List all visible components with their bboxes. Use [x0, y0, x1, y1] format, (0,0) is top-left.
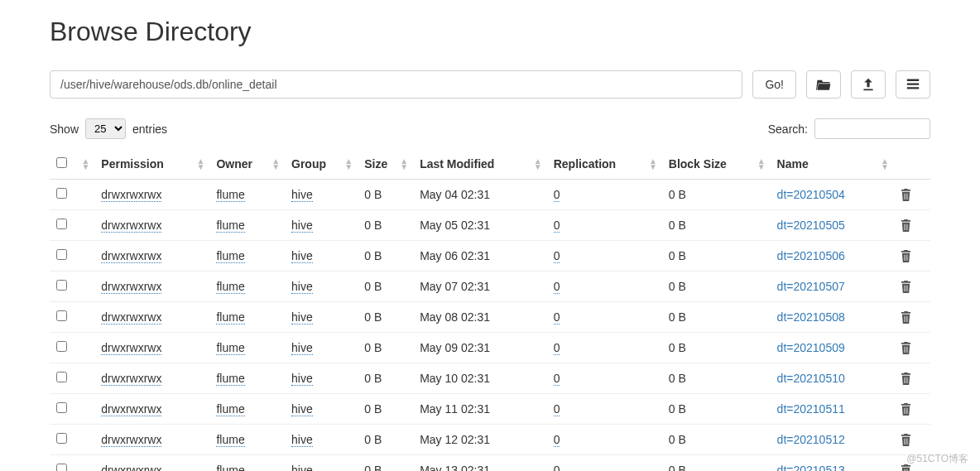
replication-cell[interactable]: 0	[554, 280, 560, 294]
col-size[interactable]: Size▲▼	[358, 149, 413, 180]
size-cell: 0 B	[358, 394, 413, 425]
entries-selector: Show 25 entries	[50, 118, 167, 139]
group-cell[interactable]: hive	[291, 402, 313, 416]
name-link[interactable]: dt=20210504	[777, 188, 845, 201]
owner-cell[interactable]: flume	[216, 341, 244, 355]
row-checkbox[interactable]	[56, 249, 67, 260]
replication-cell[interactable]: 0	[554, 372, 560, 386]
permission-cell[interactable]: drwxrwxrwx	[101, 249, 161, 263]
file-listing-table: ▲▼ Permission▲▼ Owner▲▼ Group▲▼ Size▲▼ L…	[50, 149, 930, 471]
trash-icon[interactable]	[901, 219, 924, 232]
owner-cell[interactable]: flume	[216, 280, 244, 294]
permission-cell[interactable]: drwxrwxrwx	[101, 372, 161, 386]
trash-icon[interactable]	[901, 189, 924, 201]
row-checkbox[interactable]	[56, 402, 67, 413]
modified-cell: May 08 02:31	[413, 302, 547, 333]
go-button[interactable]: Go!	[752, 70, 796, 99]
name-link[interactable]: dt=20210506	[777, 249, 845, 262]
row-checkbox[interactable]	[56, 341, 67, 352]
owner-cell[interactable]: flume	[216, 372, 244, 386]
owner-cell[interactable]: flume	[216, 464, 244, 471]
modified-cell: May 11 02:31	[413, 394, 547, 425]
group-cell[interactable]: hive	[291, 280, 313, 294]
size-cell: 0 B	[358, 241, 413, 272]
replication-cell[interactable]: 0	[554, 219, 560, 233]
permission-cell[interactable]: drwxrwxrwx	[101, 280, 161, 294]
trash-icon[interactable]	[901, 403, 924, 416]
col-name[interactable]: Name▲▼	[771, 149, 894, 180]
trash-icon[interactable]	[901, 434, 924, 446]
replication-cell[interactable]: 0	[554, 433, 560, 447]
owner-cell[interactable]: flume	[216, 402, 244, 416]
page-size-select[interactable]: 25	[85, 118, 126, 139]
table-row: drwxrwxrwxflumehive0 BMay 07 02:3100 Bdt…	[50, 272, 930, 302]
name-link[interactable]: dt=20210512	[777, 433, 845, 446]
select-all-checkbox[interactable]	[56, 157, 67, 168]
show-label: Show	[50, 123, 79, 136]
col-owner[interactable]: Owner▲▼	[209, 149, 285, 180]
group-cell[interactable]: hive	[291, 433, 313, 447]
search-input[interactable]	[814, 118, 930, 139]
permission-cell[interactable]: drwxrwxrwx	[101, 310, 161, 324]
col-sort-blank[interactable]: ▲▼	[74, 149, 94, 180]
row-checkbox[interactable]	[56, 280, 67, 291]
col-last-modified[interactable]: Last Modified▲▼	[413, 149, 547, 180]
folder-open-icon	[816, 79, 831, 90]
owner-cell[interactable]: flume	[216, 249, 244, 263]
name-link[interactable]: dt=20210508	[777, 310, 845, 324]
sort-icon: ▲▼	[81, 158, 89, 170]
new-folder-button[interactable]	[896, 70, 930, 99]
replication-cell[interactable]: 0	[554, 341, 560, 355]
permission-cell[interactable]: drwxrwxrwx	[101, 188, 161, 202]
row-checkbox[interactable]	[56, 464, 67, 471]
replication-cell[interactable]: 0	[554, 188, 560, 202]
permission-cell[interactable]: drwxrwxrwx	[101, 219, 161, 233]
upload-button[interactable]	[851, 70, 886, 99]
group-cell[interactable]: hive	[291, 464, 313, 471]
permission-cell[interactable]: drwxrwxrwx	[101, 433, 161, 447]
name-link[interactable]: dt=20210505	[777, 219, 845, 232]
watermark: @51CTO博客	[906, 452, 968, 466]
table-row: drwxrwxrwxflumehive0 BMay 04 02:3100 Bdt…	[50, 180, 930, 210]
name-link[interactable]: dt=20210510	[777, 372, 845, 385]
col-group[interactable]: Group▲▼	[285, 149, 358, 180]
replication-cell[interactable]: 0	[554, 402, 560, 416]
trash-icon[interactable]	[901, 311, 924, 324]
row-checkbox[interactable]	[56, 219, 67, 229]
owner-cell[interactable]: flume	[216, 219, 244, 233]
owner-cell[interactable]: flume	[216, 188, 244, 202]
name-link[interactable]: dt=20210509	[777, 341, 845, 354]
row-checkbox[interactable]	[56, 372, 67, 382]
replication-cell[interactable]: 0	[554, 310, 560, 324]
group-cell[interactable]: hive	[291, 310, 313, 324]
trash-icon[interactable]	[901, 250, 924, 262]
trash-icon[interactable]	[901, 372, 924, 385]
name-link[interactable]: dt=20210507	[777, 280, 845, 293]
trash-icon[interactable]	[901, 281, 924, 293]
name-link[interactable]: dt=20210511	[777, 402, 845, 416]
col-permission[interactable]: Permission▲▼	[94, 149, 209, 180]
name-link[interactable]: dt=20210513	[777, 464, 845, 471]
replication-cell[interactable]: 0	[554, 249, 560, 263]
row-checkbox[interactable]	[56, 310, 67, 321]
permission-cell[interactable]: drwxrwxrwx	[101, 402, 161, 416]
group-cell[interactable]: hive	[291, 219, 313, 233]
permission-cell[interactable]: drwxrwxrwx	[101, 341, 161, 355]
row-checkbox[interactable]	[56, 188, 67, 199]
permission-cell[interactable]: drwxrwxrwx	[101, 464, 161, 471]
replication-cell[interactable]: 0	[554, 464, 560, 471]
modified-cell: May 09 02:31	[413, 333, 547, 363]
owner-cell[interactable]: flume	[216, 433, 244, 447]
trash-icon[interactable]	[901, 342, 924, 354]
row-checkbox[interactable]	[56, 433, 67, 444]
group-cell[interactable]: hive	[291, 341, 313, 355]
group-cell[interactable]: hive	[291, 372, 313, 386]
col-block-size[interactable]: Block Size▲▼	[662, 149, 771, 180]
group-cell[interactable]: hive	[291, 249, 313, 263]
home-button[interactable]	[806, 70, 841, 99]
size-cell: 0 B	[358, 333, 413, 363]
path-input[interactable]	[50, 70, 742, 99]
col-replication[interactable]: Replication▲▼	[547, 149, 662, 180]
group-cell[interactable]: hive	[291, 188, 313, 202]
owner-cell[interactable]: flume	[216, 310, 244, 324]
